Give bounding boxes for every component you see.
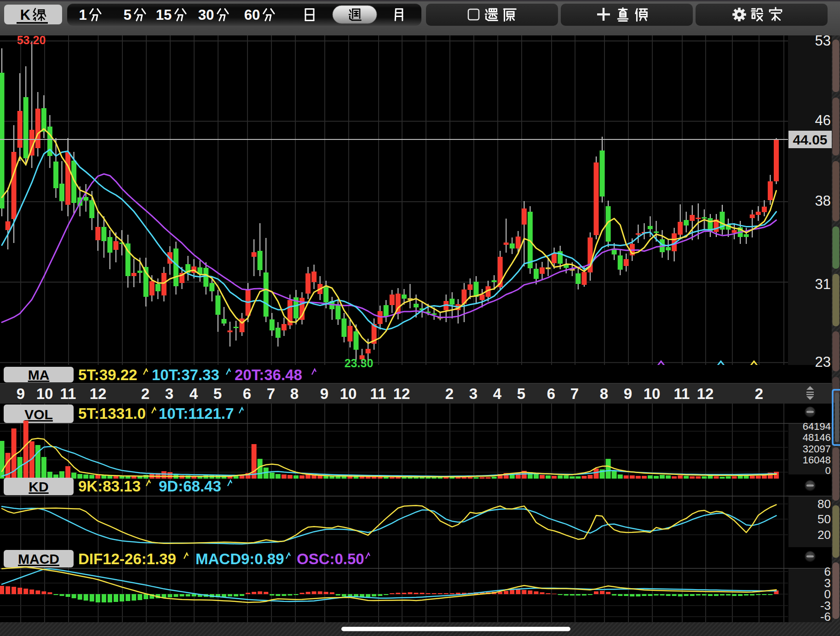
svg-text:5: 5 [517,385,525,402]
svg-text:12: 12 [393,385,410,402]
svg-text:53.20: 53.20 [17,34,46,46]
svg-text:10: 10 [340,385,357,402]
svg-text:5T:39.22: 5T:39.22 [78,366,137,383]
svg-text:11: 11 [370,385,386,402]
svg-text:38: 38 [815,193,831,209]
svg-text:7: 7 [570,385,579,402]
svg-text:MA: MA [28,367,50,382]
svg-text:2: 2 [141,385,150,402]
svg-text:23.30: 23.30 [345,357,374,370]
svg-text:23: 23 [815,354,831,370]
svg-text:0: 0 [825,465,831,476]
svg-text:3: 3 [469,385,478,402]
svg-text:MACD9:0.89: MACD9:0.89 [196,550,284,567]
svg-text:5T:1331.0: 5T:1331.0 [78,405,146,422]
svg-text:DIF12-26:1.39: DIF12-26:1.39 [78,550,176,567]
svg-text:4: 4 [493,385,502,402]
svg-text:9: 9 [624,385,632,402]
svg-text:80: 80 [817,497,831,511]
svg-text:9K:83.13: 9K:83.13 [78,478,141,495]
svg-text:K: K [20,7,31,23]
svg-text:12: 12 [90,385,107,402]
svg-text:50: 50 [817,512,831,526]
svg-text:-6: -6 [820,610,831,624]
svg-text:4: 4 [190,385,198,402]
svg-text:11: 11 [60,385,76,402]
svg-text:9: 9 [17,385,25,402]
svg-text:11: 11 [674,385,690,402]
svg-text:5: 5 [213,385,222,402]
svg-text:64194: 64194 [803,421,831,432]
svg-text:16048: 16048 [803,454,831,466]
svg-text:8: 8 [600,385,608,402]
svg-text:46: 46 [815,112,831,128]
svg-text:20: 20 [817,528,831,542]
svg-text:2: 2 [445,385,454,402]
svg-text:6: 6 [547,385,555,402]
svg-text:1: 1 [79,7,86,23]
svg-text:3: 3 [165,385,173,402]
svg-text:2: 2 [755,385,763,402]
svg-text:31: 31 [815,276,831,292]
svg-text:44.05: 44.05 [793,132,827,147]
svg-text:20T:36.48: 20T:36.48 [235,366,302,383]
svg-text:60: 60 [244,7,260,23]
svg-text:12: 12 [697,385,714,402]
svg-text:30: 30 [198,7,214,23]
svg-text:OSC:0.50: OSC:0.50 [297,550,364,567]
svg-text:9: 9 [320,385,328,402]
svg-text:6: 6 [243,385,251,402]
svg-text:15: 15 [156,7,172,23]
svg-text:MACD: MACD [18,551,59,567]
svg-text:VOL: VOL [24,407,53,422]
svg-text:9D:68.43: 9D:68.43 [159,478,221,495]
svg-text:KD: KD [29,479,48,494]
svg-text:10: 10 [36,385,53,402]
svg-text:5: 5 [123,7,131,23]
svg-text:32097: 32097 [803,443,831,455]
svg-text:7: 7 [267,385,275,402]
svg-text:10T:37.33: 10T:37.33 [152,366,219,383]
svg-text:10: 10 [644,385,661,402]
svg-text:48146: 48146 [803,432,831,443]
svg-text:8: 8 [290,385,299,402]
svg-text:10T:1121.7: 10T:1121.7 [159,405,234,422]
